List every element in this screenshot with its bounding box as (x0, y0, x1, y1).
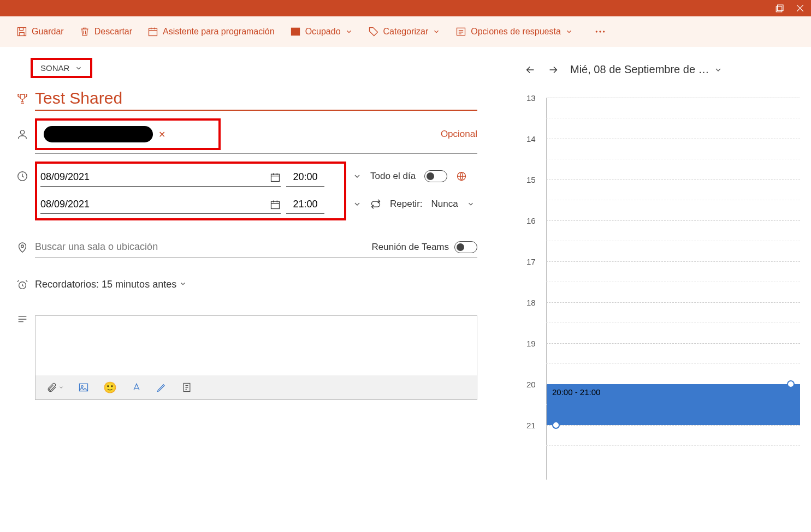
location-placeholder: Buscar una sala o ubicación (35, 241, 158, 253)
busy-button[interactable]: Ocupado (290, 26, 353, 37)
format-button[interactable] (131, 382, 142, 393)
svg-point-8 (603, 31, 605, 33)
optional-link[interactable]: Opcional (441, 129, 477, 140)
editor-toolbar: 🙂 (35, 375, 477, 399)
reminder-value: 15 minutos antes (102, 279, 176, 290)
all-day-toggle[interactable] (424, 170, 447, 182)
response-label: Opciones de respuesta (471, 27, 561, 37)
chevron-down-icon (345, 28, 353, 35)
hour-label: 14 (526, 134, 536, 144)
discard-label: Descartar (94, 27, 132, 37)
hour-label: 19 (526, 339, 536, 348)
reminder-dropdown[interactable]: Recordatorios: 15 minutos antes (35, 274, 187, 295)
calendar-picker-label: SONAR (40, 63, 69, 73)
hour-label: 15 (526, 175, 536, 184)
response-options-button[interactable]: Opciones de respuesta (455, 26, 573, 37)
svg-rect-1 (776, 7, 782, 12)
chevron-down-icon (75, 64, 82, 72)
more-button[interactable] (595, 30, 606, 33)
location-icon (10, 242, 35, 254)
hour-row: 16 (546, 220, 811, 261)
image-button[interactable] (78, 382, 89, 393)
day-timeline[interactable]: 131415161718192021 20:00 - 21:00 (546, 98, 811, 480)
timezone-icon[interactable] (456, 171, 467, 182)
attach-button[interactable] (46, 382, 64, 393)
attendee-highlight-box: ✕ (35, 118, 221, 150)
save-label: Guardar (32, 27, 64, 37)
emoji-button[interactable]: 🙂 (103, 381, 117, 394)
svg-rect-3 (149, 28, 157, 35)
svg-point-17 (81, 386, 83, 387)
save-button[interactable]: Guardar (16, 26, 64, 37)
attendee-pill[interactable]: ✕ (43, 125, 172, 144)
end-time-input[interactable]: 21:00 (286, 195, 324, 214)
svg-rect-4 (291, 28, 299, 35)
window-titlebar (0, 0, 811, 16)
chevron-down-icon (714, 65, 723, 74)
hour-label: 17 (526, 257, 536, 266)
svg-rect-0 (778, 5, 784, 11)
reminder-icon (10, 279, 35, 291)
close-icon[interactable] (795, 3, 806, 14)
template-button[interactable] (181, 382, 192, 393)
location-input[interactable]: Buscar una sala o ubicación Reunión de T… (35, 237, 477, 258)
all-day-label: Todo el día (370, 171, 416, 182)
start-time-input[interactable]: 20:00 (286, 168, 324, 187)
remove-attendee-icon[interactable]: ✕ (156, 129, 168, 140)
end-date-value: 08/09/2021 (40, 199, 90, 210)
svg-rect-12 (271, 201, 280, 208)
hour-label: 13 (526, 93, 536, 103)
hour-row: 15 (546, 180, 811, 220)
hour-row: 14 (546, 139, 811, 180)
svg-point-6 (596, 31, 597, 33)
svg-point-9 (20, 130, 24, 134)
prev-day-button[interactable] (524, 64, 536, 76)
discard-button[interactable]: Descartar (79, 26, 132, 37)
svg-point-7 (600, 31, 601, 33)
repeat-value: Nunca (431, 199, 458, 210)
categorize-button[interactable]: Categorizar (368, 26, 441, 37)
description-editor[interactable]: 🙂 (35, 315, 477, 400)
trophy-icon (10, 92, 35, 105)
hour-row: 13 (546, 98, 811, 139)
hour-label: 18 (526, 298, 536, 307)
chevron-down-icon[interactable] (467, 200, 475, 208)
calendar-picker[interactable]: SONAR (31, 58, 92, 78)
svg-rect-2 (18, 28, 26, 36)
datetime-highlight-box: 08/09/2021 20:00 08/09/2021 21:00 (35, 162, 346, 220)
teams-toggle[interactable] (454, 241, 477, 253)
attendee-name-redacted (44, 126, 153, 142)
draw-button[interactable] (156, 382, 167, 393)
chevron-down-icon (179, 280, 187, 288)
reminder-prefix: Recordatorios: (35, 279, 99, 290)
repeat-icon[interactable] (370, 199, 381, 210)
scheduling-button[interactable]: Asistente para programación (147, 26, 275, 37)
person-icon (10, 128, 35, 140)
calendar-icon (270, 199, 281, 210)
hour-row: 18 (546, 302, 811, 343)
description-icon (10, 306, 35, 325)
svg-point-14 (21, 244, 24, 247)
chevron-down-icon[interactable] (353, 200, 362, 208)
end-date-input[interactable]: 08/09/2021 (40, 195, 281, 214)
start-date-value: 08/09/2021 (40, 171, 90, 183)
hour-row: 19 (546, 343, 811, 384)
next-day-button[interactable] (547, 64, 559, 76)
svg-rect-11 (271, 174, 280, 181)
event-title-input[interactable] (35, 87, 477, 111)
chevron-down-icon (433, 28, 440, 35)
busy-label: Ocupado (305, 27, 341, 37)
chevron-down-icon[interactable] (353, 172, 362, 181)
categorize-label: Categorizar (383, 27, 429, 37)
chevron-down-icon (565, 28, 573, 35)
timeline-event-label: 20:00 - 21:00 (552, 387, 600, 397)
calendar-icon (270, 172, 281, 183)
hour-label: 21 (526, 421, 536, 430)
timeline-date[interactable]: Mié, 08 de Septiembre de … (570, 63, 723, 76)
restore-icon[interactable] (775, 3, 785, 13)
timeline-event[interactable]: 20:00 - 21:00 (547, 384, 800, 425)
teams-label: Reunión de Teams (372, 242, 449, 253)
start-date-input[interactable]: 08/09/2021 (40, 168, 281, 187)
hour-row: 17 (546, 261, 811, 302)
clock-icon (10, 162, 35, 182)
